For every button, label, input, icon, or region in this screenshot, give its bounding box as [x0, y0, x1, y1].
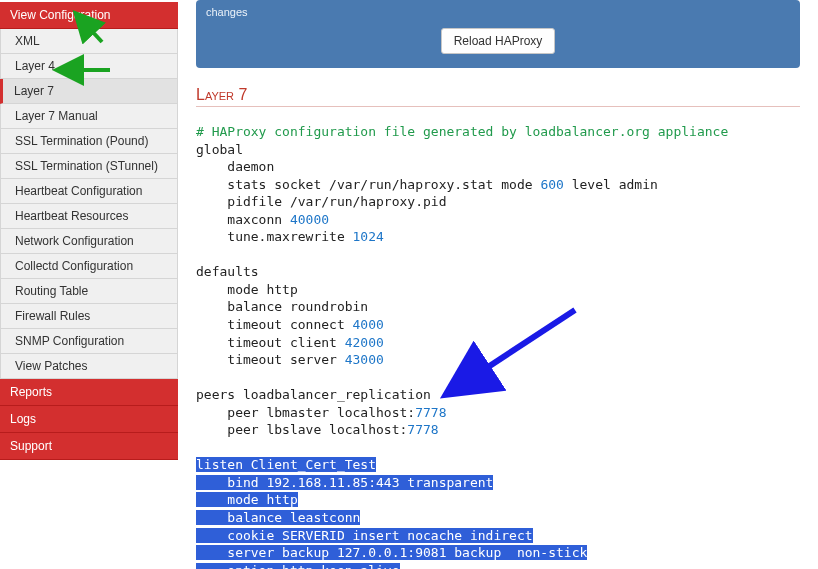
line-mode: mode http	[196, 282, 298, 297]
sidebar-item-network-config[interactable]: Network Configuration	[0, 229, 178, 254]
line-stats-post: level admin	[564, 177, 658, 192]
sidebar-logs[interactable]: Logs	[0, 406, 178, 433]
sidebar-header: View Configuration	[0, 2, 178, 29]
line-peer-m-pre: peer lbmaster localhost:	[196, 405, 415, 420]
sidebar-item-ssl-pound[interactable]: SSL Termination (Pound)	[0, 129, 178, 154]
reload-banner: changes Reload HAProxy	[196, 0, 800, 68]
listen-l2: mode http	[196, 492, 298, 507]
listen-l3: balance leastconn	[196, 510, 360, 525]
sidebar-item-xml[interactable]: XML	[0, 29, 178, 54]
listen-l6: option http-keep-alive	[196, 563, 400, 569]
sidebar-item-collectd-config[interactable]: Collectd Configuration	[0, 254, 178, 279]
sidebar-item-firewall-rules[interactable]: Firewall Rules	[0, 304, 178, 329]
sidebar-item-layer7[interactable]: Layer 7	[0, 79, 178, 104]
line-pidfile: pidfile /var/run/haproxy.pid	[196, 194, 446, 209]
kw-peers: peers loadbalancer_replication	[196, 387, 431, 402]
line-maxrw-val: 1024	[353, 229, 384, 244]
sidebar-item-heartbeat-resources[interactable]: Heartbeat Resources	[0, 204, 178, 229]
line-ts-pre: timeout server	[196, 352, 345, 367]
line-maxconn-val: 40000	[290, 212, 329, 227]
line-peer-s-pre: peer lbslave localhost:	[196, 422, 407, 437]
sidebar: View Configuration XML Layer 4 Layer 7 L…	[0, 0, 178, 569]
sidebar-item-routing-table[interactable]: Routing Table	[0, 279, 178, 304]
sidebar-reports[interactable]: Reports	[0, 379, 178, 406]
kw-global: global	[196, 142, 243, 157]
line-tcl-val: 42000	[345, 335, 384, 350]
sidebar-item-snmp-config[interactable]: SNMP Configuration	[0, 329, 178, 354]
sidebar-item-layer7-manual[interactable]: Layer 7 Manual	[0, 104, 178, 129]
config-comment: # HAProxy configuration file generated b…	[196, 124, 728, 139]
line-peer-m-port: 7778	[415, 405, 446, 420]
sidebar-item-heartbeat-config[interactable]: Heartbeat Configuration	[0, 179, 178, 204]
line-ts-val: 43000	[345, 352, 384, 367]
haproxy-config: # HAProxy configuration file generated b…	[196, 123, 800, 569]
sidebar-item-layer4[interactable]: Layer 4	[0, 54, 178, 79]
line-stats-num: 600	[540, 177, 563, 192]
listen-l0: listen Client_Cert_Test	[196, 457, 376, 472]
line-balance: balance roundrobin	[196, 299, 368, 314]
line-maxrw-pre: tune.maxrewrite	[196, 229, 353, 244]
sidebar-item-ssl-stunnel[interactable]: SSL Termination (STunnel)	[0, 154, 178, 179]
line-daemon: daemon	[196, 159, 274, 174]
listen-l4: cookie SERVERID insert nocache indirect	[196, 528, 533, 543]
line-tcl-pre: timeout client	[196, 335, 345, 350]
sidebar-item-view-patches[interactable]: View Patches	[0, 354, 178, 379]
kw-defaults: defaults	[196, 264, 259, 279]
banner-hint: changes	[206, 6, 248, 18]
line-peer-s-port: 7778	[407, 422, 438, 437]
line-tc-pre: timeout connect	[196, 317, 353, 332]
line-maxconn-pre: maxconn	[196, 212, 290, 227]
main-content: changes Reload HAProxy Layer 7 # HAProxy…	[178, 0, 818, 569]
line-tc-val: 4000	[353, 317, 384, 332]
line-stats-pre: stats socket /var/run/haproxy.stat mode	[196, 177, 540, 192]
listen-l5: server backup 127.0.0.1:9081 backup non-…	[196, 545, 587, 560]
section-title: Layer 7	[196, 86, 800, 107]
sidebar-support[interactable]: Support	[0, 433, 178, 460]
reload-haproxy-button[interactable]: Reload HAProxy	[441, 28, 556, 54]
listen-l1: bind 192.168.11.85:443 transparent	[196, 475, 493, 490]
